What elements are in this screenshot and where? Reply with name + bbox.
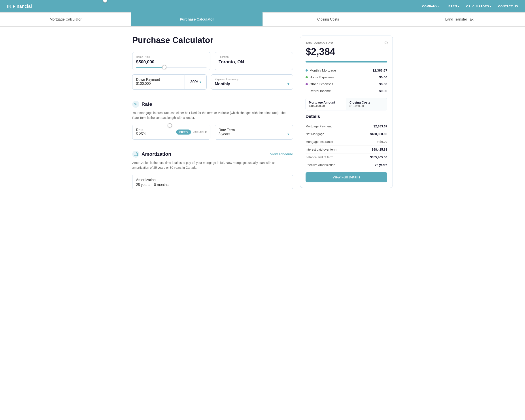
total-cost-label: Total Monthly Cost bbox=[306, 41, 387, 45]
down-payment-container: Down Payment $100,000 20% ▾ bbox=[132, 74, 207, 90]
tab-purchase-calculator[interactable]: Purchase Calculator bbox=[131, 12, 263, 26]
detail-balance-end-term: Balance end of term $355,405.50 bbox=[306, 153, 387, 161]
tab-closing-costs[interactable]: Closing Costs bbox=[262, 12, 394, 26]
rate-term-row: Rate 5.25% FIXED VARIABLE Rate Term 5 ye… bbox=[132, 125, 293, 140]
tab-land-transfer-tax[interactable]: Land Transfer Tax bbox=[394, 12, 525, 26]
view-schedule-link[interactable]: View schedule bbox=[270, 152, 293, 156]
brand-logo: IK Financial bbox=[7, 4, 422, 9]
home-price-slider-fill bbox=[136, 67, 164, 67]
page-title: Purchase Calculator bbox=[132, 36, 293, 45]
tab-bar: Mortgage Calculator Purchase Calculator … bbox=[0, 12, 525, 27]
tab-mortgage-calculator[interactable]: Mortgage Calculator bbox=[0, 12, 131, 26]
settings-icon[interactable]: ⚙ bbox=[384, 40, 388, 46]
breakdown-monthly-mortgage: Monthly Mortgage $2,383.67 bbox=[306, 67, 387, 74]
rate-term-value: 5 years bbox=[219, 132, 230, 136]
navbar: IK Financial COMPANY ▾ LEARN ▾ CALCULATO… bbox=[0, 0, 525, 12]
payment-freq-label: Payment Frequency bbox=[215, 78, 289, 81]
down-payment-pct-value: 20% bbox=[190, 80, 198, 84]
rate-title: Rate bbox=[141, 101, 152, 107]
home-price-field[interactable]: Home Price $500,000 bbox=[132, 52, 210, 70]
view-full-details-button[interactable]: View Full Details bbox=[306, 172, 387, 182]
chevron-down-icon: ▾ bbox=[200, 80, 201, 84]
dot-blue-icon bbox=[306, 69, 308, 72]
total-cost-amount: $2,384 bbox=[306, 46, 387, 57]
rate-slider-thumb[interactable] bbox=[168, 123, 172, 128]
left-panel: Purchase Calculator Home Price $500,000 … bbox=[132, 36, 293, 189]
location-field[interactable]: Location Toronto, ON bbox=[215, 52, 293, 70]
chevron-down-icon: ▾ bbox=[490, 5, 491, 8]
rate-description: Your mortgage interest rate can either b… bbox=[132, 110, 293, 120]
rate-icon: % bbox=[132, 101, 139, 108]
home-price-label: Home Price bbox=[136, 56, 207, 58]
home-price-slider-track bbox=[136, 67, 207, 67]
amortization-months: 0 months bbox=[154, 183, 169, 187]
breakdown-rental-income: Rental Income $0.00 bbox=[306, 87, 387, 94]
variable-toggle-button[interactable]: VARIABLE bbox=[193, 131, 207, 134]
summary-tabs: Mortgage Amount $400,000.00 Closing Cost… bbox=[306, 98, 387, 110]
results-panel: ⚙ Total Monthly Cost $2,384 Monthly Mort… bbox=[300, 36, 393, 189]
detail-mortgage-payment: Mortgage Payment $2,383.67 bbox=[306, 123, 387, 130]
main-container: Purchase Calculator Home Price $500,000 … bbox=[123, 27, 402, 198]
rate-field[interactable]: Rate 5.25% FIXED VARIABLE bbox=[132, 125, 210, 140]
down-payment-frequency-row: Down Payment $100,000 20% ▾ Payment Freq… bbox=[132, 74, 293, 90]
fixed-toggle-button[interactable]: FIXED bbox=[176, 130, 191, 135]
down-payment-percent-dropdown[interactable]: 20% ▾ bbox=[185, 74, 207, 90]
breakdown-home-expenses: Home Expenses $0.00 bbox=[306, 74, 387, 81]
breakdown-other-expenses: Other Expenses $0.00 bbox=[306, 81, 387, 87]
rate-section-header: % Rate bbox=[132, 101, 293, 108]
chevron-down-icon: ▾ bbox=[438, 5, 440, 8]
divider-2 bbox=[132, 145, 293, 145]
amortization-years: 25 years bbox=[136, 183, 150, 187]
total-progress-bar bbox=[306, 61, 387, 63]
rate-term-label: Rate Term bbox=[219, 128, 235, 132]
down-payment-label: Down Payment bbox=[136, 78, 160, 81]
details-list: Mortgage Payment $2,383.67 Net Mortgage … bbox=[306, 123, 387, 169]
nav-links: COMPANY ▾ LEARN ▾ CALCULATORS ▾ CONTACT … bbox=[422, 5, 518, 8]
home-price-value: $500,000 bbox=[136, 59, 207, 65]
down-payment-value: $100,000 bbox=[136, 82, 181, 86]
chevron-down-icon: ▾ bbox=[287, 82, 289, 86]
amortization-label: Amortization bbox=[136, 178, 156, 182]
summary-tab-mortgage[interactable]: Mortgage Amount $400,000.00 bbox=[306, 98, 347, 110]
location-label: Location bbox=[219, 56, 289, 58]
nav-item-calculators[interactable]: CALCULATORS ▾ bbox=[466, 5, 491, 8]
chevron-down-icon: ▾ bbox=[287, 132, 289, 136]
amortization-title: Amortization bbox=[141, 151, 171, 157]
chevron-down-icon: ▾ bbox=[458, 5, 459, 8]
home-price-slider-thumb[interactable] bbox=[162, 65, 167, 69]
breakdown-list: Monthly Mortgage $2,383.67 Home Expenses… bbox=[306, 67, 387, 94]
dot-purple-icon bbox=[306, 83, 308, 85]
payment-frequency-dropdown[interactable]: Payment Frequency Monthly ▾ bbox=[211, 74, 293, 90]
detail-net-mortgage: Net Mortgage $400,000.00 bbox=[306, 130, 387, 138]
nav-item-learn[interactable]: LEARN ▾ bbox=[447, 5, 459, 8]
amortization-header: Amortization View schedule bbox=[132, 151, 293, 158]
nav-item-company[interactable]: COMPANY ▾ bbox=[422, 5, 440, 8]
details-title: Details bbox=[306, 114, 387, 119]
amortization-field[interactable]: Amortization 25 years 0 months bbox=[132, 175, 293, 189]
home-price-location-row: Home Price $500,000 Location Toronto, ON bbox=[132, 52, 293, 70]
rate-toggle: FIXED VARIABLE bbox=[176, 130, 207, 135]
amortization-description: Amortization is the total time it takes … bbox=[132, 160, 293, 170]
svg-rect-0 bbox=[134, 153, 138, 156]
detail-mortgage-insurance: Mortgage Insurance + $0.00 bbox=[306, 138, 387, 146]
payment-freq-value: Monthly bbox=[215, 82, 230, 86]
detail-effective-amortization: Effective Amortization 25 years bbox=[306, 161, 387, 169]
amortization-icon bbox=[132, 151, 139, 158]
divider-1 bbox=[132, 95, 293, 95]
summary-tab-closing-costs[interactable]: Closing Costs $12,950.00 bbox=[347, 98, 387, 110]
down-payment-amount-field[interactable]: Down Payment $100,000 bbox=[132, 74, 185, 90]
rate-label: Rate bbox=[136, 128, 143, 132]
location-value: Toronto, ON bbox=[219, 59, 289, 65]
dot-green-icon bbox=[306, 76, 308, 78]
nav-item-contact[interactable]: CONTACT US bbox=[498, 5, 518, 8]
results-card: ⚙ Total Monthly Cost $2,384 Monthly Mort… bbox=[300, 36, 393, 188]
rate-term-dropdown[interactable]: Rate Term 5 years ▾ bbox=[215, 125, 293, 140]
detail-interest-over-term: Interest paid over term $98,425.83 bbox=[306, 146, 387, 153]
